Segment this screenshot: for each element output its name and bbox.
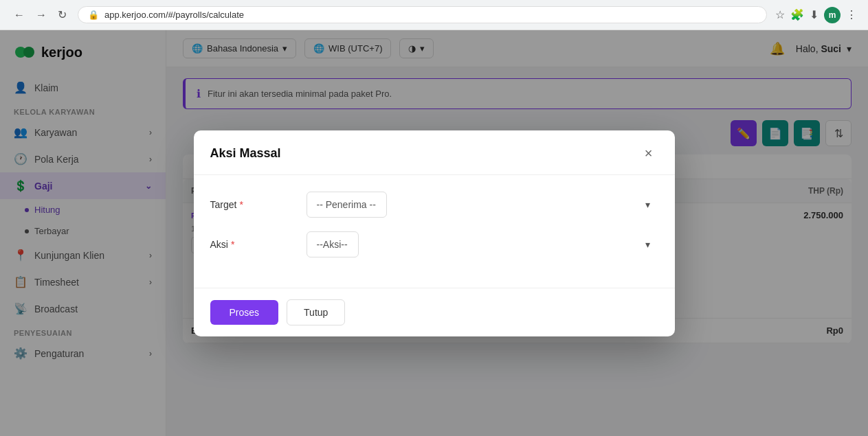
download-icon[interactable]: ⬇ bbox=[810, 8, 819, 21]
target-required-mark: * bbox=[239, 199, 243, 210]
modal-backdrop: Aksi Massal × Target * -- Penerima -- Ak… bbox=[0, 30, 868, 436]
proses-button[interactable]: Proses bbox=[210, 300, 279, 325]
lock-icon: 🔒 bbox=[88, 10, 99, 20]
target-select-wrapper: -- Penerima -- bbox=[307, 192, 658, 218]
tutup-button[interactable]: Tutup bbox=[287, 299, 345, 325]
aksi-select[interactable]: --Aksi-- bbox=[307, 231, 359, 257]
modal-body: Target * -- Penerima -- Aksi * --Aksi-- bbox=[194, 175, 675, 288]
menu-icon[interactable]: ⋮ bbox=[846, 8, 857, 21]
extensions-icon[interactable]: 🧩 bbox=[790, 8, 804, 21]
aksi-select-wrapper: --Aksi-- bbox=[307, 231, 658, 257]
modal-header: Aksi Massal × bbox=[194, 130, 675, 175]
target-label: Target * bbox=[210, 199, 293, 210]
forward-button[interactable]: → bbox=[33, 8, 49, 23]
target-row: Target * -- Penerima -- bbox=[210, 192, 658, 218]
target-select[interactable]: -- Penerima -- bbox=[307, 192, 387, 218]
url-input[interactable] bbox=[104, 10, 757, 20]
address-bar[interactable]: 🔒 bbox=[78, 6, 767, 23]
aksi-label: Aksi * bbox=[210, 239, 293, 250]
aksi-row: Aksi * --Aksi-- bbox=[210, 231, 658, 257]
aksi-massal-modal: Aksi Massal × Target * -- Penerima -- Ak… bbox=[194, 130, 675, 336]
browser-actions: ☆ 🧩 ⬇ m ⋮ bbox=[775, 7, 857, 23]
star-icon[interactable]: ☆ bbox=[775, 8, 785, 21]
modal-title: Aksi Massal bbox=[210, 146, 281, 161]
modal-footer: Proses Tutup bbox=[194, 288, 675, 336]
user-avatar[interactable]: m bbox=[824, 7, 841, 23]
back-button[interactable]: ← bbox=[11, 8, 27, 23]
browser-bar: ← → ↻ 🔒 ☆ 🧩 ⬇ m ⋮ bbox=[0, 0, 868, 30]
aksi-required-mark: * bbox=[231, 239, 234, 250]
reload-button[interactable]: ↻ bbox=[55, 7, 69, 23]
browser-navigation: ← → ↻ bbox=[11, 7, 69, 23]
modal-close-button[interactable]: × bbox=[639, 144, 658, 163]
